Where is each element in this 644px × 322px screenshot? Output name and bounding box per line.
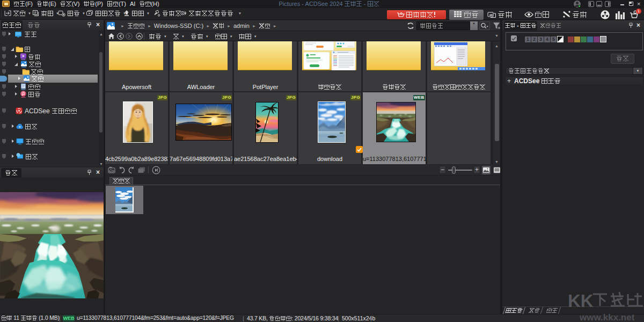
svg-text:www.kkx.net: www.kkx.net <box>579 312 635 322</box>
svg-text:KK: KK <box>568 291 594 311</box>
